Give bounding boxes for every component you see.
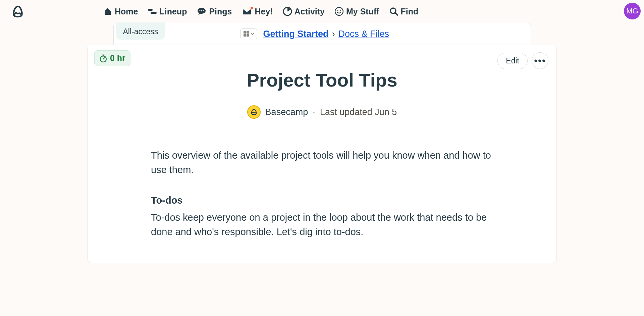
svg-point-8 (337, 10, 338, 11)
breadcrumb-bar: All-access Getting Started › Docs & File… (113, 23, 531, 45)
nav-lineup[interactable]: Lineup (148, 7, 187, 16)
svg-rect-13 (247, 31, 249, 34)
more-button[interactable]: ••• (532, 52, 548, 69)
user-avatar[interactable]: MG (624, 3, 641, 19)
timer-label: 0 hr (110, 53, 125, 63)
breadcrumb-separator: › (332, 29, 335, 39)
author-name: Basecamp (265, 107, 308, 117)
svg-point-3 (200, 10, 201, 11)
stopwatch-icon (99, 54, 107, 62)
intro-paragraph: This overview of the available project t… (151, 148, 493, 177)
svg-point-4 (201, 10, 202, 11)
ellipsis-icon: ••• (534, 55, 546, 66)
section-heading: To-dos (151, 193, 493, 208)
byline-dot: · (313, 107, 315, 117)
hey-icon (242, 7, 252, 15)
card-actions: Edit ••• (497, 52, 548, 69)
svg-point-7 (335, 7, 343, 15)
svg-rect-14 (244, 34, 246, 37)
nav-hey[interactable]: Hey! (242, 7, 273, 16)
svg-line-17 (103, 58, 105, 59)
svg-rect-12 (244, 31, 246, 34)
nav-label: Activity (294, 7, 325, 16)
breadcrumb-project[interactable]: Getting Started (263, 29, 329, 39)
activity-icon (283, 7, 292, 16)
svg-point-9 (340, 10, 341, 11)
nav-find[interactable]: Find (389, 7, 419, 16)
document-title: Project Tool Tips (88, 69, 556, 91)
lineup-icon (148, 8, 157, 15)
svg-line-11 (395, 13, 397, 15)
view-toggle[interactable] (240, 29, 257, 39)
document-byline: Basecamp · Last updated Jun 5 (88, 105, 556, 119)
document-body: This overview of the available project t… (151, 148, 493, 239)
document-card: 0 hr Edit ••• Project Tool Tips Basecamp… (87, 45, 557, 263)
svg-rect-15 (247, 34, 249, 37)
nav-items: Home Lineup Pings Hey! Activity (103, 7, 418, 16)
section-paragraph: To-dos keep everyone on a project in the… (151, 210, 493, 239)
top-nav: Home Lineup Pings Hey! Activity (0, 0, 644, 23)
svg-point-5 (203, 10, 204, 11)
edit-button[interactable]: Edit (497, 53, 528, 69)
search-icon (389, 7, 398, 16)
nav-label: Lineup (159, 7, 187, 16)
nav-activity[interactable]: Activity (283, 7, 325, 16)
avatar-initials: MG (626, 7, 638, 15)
nav-my-stuff[interactable]: My Stuff (335, 7, 379, 16)
nav-label: Find (401, 7, 419, 16)
nav-pings[interactable]: Pings (197, 7, 232, 16)
brand-logo[interactable] (9, 3, 26, 20)
home-icon (103, 7, 112, 15)
grid-icon (243, 31, 249, 37)
all-access-badge[interactable]: All-access (116, 22, 165, 40)
nav-label: Hey! (255, 7, 273, 16)
breadcrumb-section[interactable]: Docs & Files (338, 29, 389, 39)
notification-dot (250, 6, 254, 10)
timer-badge[interactable]: 0 hr (94, 50, 130, 66)
updated-label: Last updated Jun 5 (320, 107, 397, 117)
nav-label: Pings (209, 7, 232, 16)
chevron-down-icon (251, 33, 254, 35)
nav-label: Home (115, 7, 138, 16)
nav-home[interactable]: Home (103, 7, 138, 16)
pings-icon (197, 7, 206, 15)
svg-rect-1 (151, 12, 157, 14)
breadcrumb: Getting Started › Docs & Files (263, 29, 389, 39)
nav-label: My Stuff (346, 7, 379, 16)
svg-rect-0 (148, 9, 153, 11)
my-stuff-icon (335, 7, 343, 16)
title-divider (290, 97, 354, 97)
author-avatar[interactable] (247, 105, 261, 119)
basecamp-logo-icon (250, 108, 258, 116)
